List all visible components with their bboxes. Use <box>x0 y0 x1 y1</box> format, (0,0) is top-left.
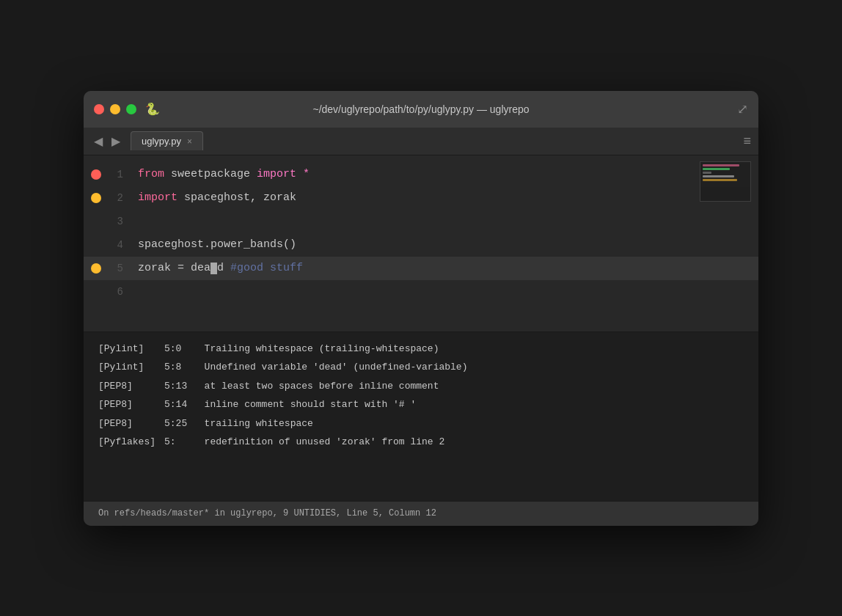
code-line-2: 2 import spaceghost, zorak <box>84 186 758 210</box>
tab-menu-icon[interactable]: ≡ <box>743 133 751 149</box>
line-number-4: 4 <box>106 239 123 251</box>
out-tool-1: [Pylint] <box>98 342 164 356</box>
close-button[interactable] <box>94 104 104 114</box>
gutter-dot-3 <box>91 216 101 227</box>
out-loc-5: 5:25 <box>164 417 205 431</box>
window-title: ~/dev/uglyrepo/path/to/py/uglypy.py — ug… <box>312 103 529 115</box>
gutter-dot-2 <box>91 193 101 203</box>
gutter-dot-4 <box>91 240 101 250</box>
keyword-import: import <box>257 168 296 180</box>
code-plain: spaceghost.power_bands() <box>138 238 296 251</box>
main-window: 🐍 ~/dev/uglyrepo/path/to/py/uglypy.py — … <box>84 91 758 526</box>
expand-icon[interactable]: ⤢ <box>737 101 748 117</box>
tab-close-button[interactable]: × <box>187 136 192 147</box>
code-plain: d <box>217 262 224 274</box>
out-msg-6: redefinition of unused 'zorak' from line… <box>205 435 445 450</box>
out-msg-5: trailing whitespace <box>205 417 313 431</box>
output-line-4: [PEP8] 5:14 inline comment should start … <box>84 395 758 414</box>
code-content-1: from sweetpackage import * <box>138 168 310 180</box>
line-number-1: 1 <box>106 169 123 180</box>
code-plain <box>296 168 303 180</box>
code-line-5: 5 zorak = dead #good stuff <box>84 257 758 280</box>
code-line-6: 6 <box>84 280 758 304</box>
tab-uglypy[interactable]: uglypy.py × <box>131 131 203 150</box>
out-loc-3: 5:13 <box>164 379 205 394</box>
out-tool-6: [Pyflakes] <box>98 435 164 450</box>
code-plain: zorak = dea <box>138 262 210 274</box>
line-number-6: 6 <box>106 286 123 298</box>
code-editor[interactable]: 1 from sweetpackage import * 2 import sp… <box>84 155 758 331</box>
out-loc-6: 5: <box>164 435 205 450</box>
traffic-lights <box>94 104 136 114</box>
out-loc-4: 5:14 <box>164 397 205 412</box>
code-content-2: import spaceghost, zorak <box>138 191 296 204</box>
tab-label: uglypy.py <box>142 136 181 147</box>
output-line-5: [PEP8] 5:25 trailing whitespace <box>84 414 758 433</box>
line-number-5: 5 <box>106 263 123 274</box>
out-tool-4: [PEP8] <box>98 397 164 412</box>
out-msg-1: Trailing whitespace (trailing-whitespace… <box>205 342 439 356</box>
code-line-1: 1 from sweetpackage import * <box>84 163 758 186</box>
output-line-1: [Pylint] 5:0 Trailing whitespace (traili… <box>84 340 758 359</box>
code-plain: spaceghost, zorak <box>177 191 296 204</box>
output-line-6: [Pyflakes] 5: redefinition of unused 'zo… <box>84 433 758 452</box>
out-tool-2: [Pylint] <box>98 360 164 375</box>
out-msg-4: inline comment should start with '# ' <box>205 397 417 412</box>
output-panel: [Pylint] 5:0 Trailing whitespace (traili… <box>84 332 758 501</box>
file-type-icon: 🐍 <box>145 102 160 116</box>
gutter-dot-6 <box>91 287 101 297</box>
cursor <box>210 263 217 274</box>
keyword-from: from <box>138 168 164 180</box>
line-number-3: 3 <box>106 216 123 227</box>
editor-area[interactable]: 1 from sweetpackage import * 2 import sp… <box>84 155 758 331</box>
minimap <box>700 161 751 202</box>
code-comment: #good stuff <box>224 262 303 274</box>
maximize-button[interactable] <box>126 104 136 114</box>
gutter-dot-5 <box>91 263 101 274</box>
out-msg-2: Undefined variable 'dead' (undefined-var… <box>205 360 468 375</box>
output-line-3: [PEP8] 5:13 at least two spaces before i… <box>84 377 758 396</box>
out-loc-2: 5:8 <box>164 360 205 375</box>
code-plain: sweetpackage <box>164 168 257 180</box>
code-line-3: 3 <box>84 210 758 233</box>
code-line-4: 4 spaceghost.power_bands() <box>84 233 758 257</box>
out-msg-3: at least two spaces before inline commen… <box>205 379 439 394</box>
code-star: * <box>303 168 310 180</box>
line-number-2: 2 <box>106 192 123 204</box>
titlebar: 🐍 ~/dev/uglyrepo/path/to/py/uglypy.py — … <box>84 91 758 128</box>
status-text: On refs/heads/master* in uglyrepo, 9 UNT… <box>98 508 436 518</box>
forward-button[interactable]: ▶ <box>109 133 123 150</box>
back-button[interactable]: ◀ <box>91 133 106 150</box>
output-line-2: [Pylint] 5:8 Undefined variable 'dead' (… <box>84 358 758 377</box>
out-loc-1: 5:0 <box>164 342 205 356</box>
tab-navigation: ◀ ▶ <box>91 133 123 150</box>
out-tool-3: [PEP8] <box>98 379 164 394</box>
tab-bar: ◀ ▶ uglypy.py × ≡ <box>84 128 758 155</box>
keyword-import-2: import <box>138 191 177 204</box>
minimize-button[interactable] <box>110 104 120 114</box>
code-content-5: zorak = dead #good stuff <box>138 262 303 274</box>
code-content-4: spaceghost.power_bands() <box>138 238 296 251</box>
out-tool-5: [PEP8] <box>98 417 164 431</box>
status-bar: On refs/heads/master* in uglyrepo, 9 UNT… <box>84 501 758 526</box>
gutter-dot-1 <box>91 169 101 180</box>
